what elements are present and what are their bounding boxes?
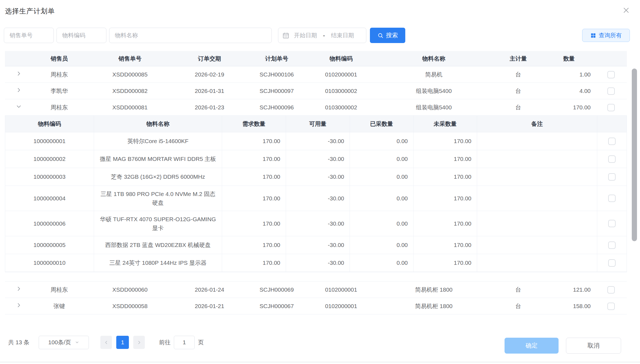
confirm-button[interactable]: 确定 (505, 338, 559, 354)
cell-quantity: 1.00 (543, 69, 595, 79)
detail-table-rows: 1000000001英特尔Core i5-14600KF170.00-30.00… (5, 132, 627, 272)
prev-page-button[interactable] (100, 336, 112, 349)
cell-material-code: 0102000001 (308, 301, 374, 311)
detail-cell-available-qty: -30.00 (286, 168, 350, 186)
detail-cell-material-name: 芝奇 32GB (16G×2) DDR5 6000MHz (94, 168, 222, 186)
cell-material-name: 组装电脑5400 (374, 102, 494, 112)
row-checkbox[interactable] (607, 303, 615, 310)
filter-bar: 开始日期 - 结束日期 搜索 查询所有 (4, 28, 630, 43)
cell-material-code: 0103000002 (308, 102, 374, 112)
detail-table-row[interactable]: 1000000006华硕 TUF-RTX 4070 SUPER-O12G-GAM… (5, 211, 627, 236)
detail-cell-material-name: 华硕 TUF-RTX 4070 SUPER-O12G-GAMING 显卡 (94, 211, 222, 236)
material-name-input[interactable] (109, 28, 272, 43)
next-page-button[interactable] (133, 336, 145, 349)
detail-table-row[interactable]: 1000000003芝奇 32GB (16G×2) DDR5 6000MHz17… (5, 168, 627, 186)
row-checkbox[interactable] (607, 286, 615, 294)
expand-icon[interactable] (16, 104, 22, 109)
detail-table-row[interactable]: 1000000004三星 1TB 980 PRO PCIe 4.0 NVMe M… (5, 186, 627, 211)
total-count: 共 13 条 (8, 339, 29, 346)
table-row[interactable]: 张键 XSDD000058 2026-01-21 SCJH000067 0102… (5, 298, 627, 314)
table-row[interactable]: 周桂东 XSDD000085 2026-02-19 SCJH000106 010… (5, 66, 627, 83)
cell-material-name: 简易机柜 1800 (374, 285, 494, 295)
goto-page-input[interactable] (174, 336, 195, 349)
cell-delivery-date: 2026-01-21 (174, 301, 245, 311)
material-code-input[interactable] (56, 28, 106, 43)
detail-row-checkbox[interactable] (608, 241, 616, 249)
detail-cell-checkbox (597, 168, 627, 186)
detail-row-checkbox[interactable] (608, 155, 616, 163)
column-header: 计划单号 (245, 53, 308, 64)
search-button[interactable]: 搜索 (370, 28, 405, 43)
column-header: 数量 (543, 53, 595, 64)
detail-cell-available-qty: -30.00 (286, 186, 350, 211)
detail-table-row[interactable]: 1000000005西部数据 2TB 蓝盘 WD20EZBX 机械硬盘170.0… (5, 236, 627, 254)
table-row[interactable]: 李凯华 XSDD000082 2026-01-31 SCJH000097 010… (5, 83, 627, 99)
detail-column-header: 物料名称 (94, 116, 222, 132)
plan-table-rows: 周桂东 XSDD000085 2026-02-19 SCJH000106 010… (5, 66, 627, 314)
search-button-label: 搜索 (386, 31, 398, 39)
cell-salesperson: 周桂东 (32, 285, 86, 295)
page-1-button[interactable]: 1 (116, 336, 129, 349)
expand-icon[interactable] (16, 286, 22, 292)
plan-table-header: 销售员销售单号订单交期计划单号物料编码物料名称主计量数量 (5, 51, 627, 66)
query-all-button-label: 查询所有 (599, 32, 622, 39)
detail-cell-material-code: 1000000004 (5, 186, 94, 211)
detail-row-checkbox[interactable] (608, 259, 616, 267)
expand-icon[interactable] (16, 87, 22, 93)
detail-row-checkbox[interactable] (608, 220, 616, 227)
detail-cell-purchased-qty: 0.00 (350, 186, 414, 211)
expand-icon[interactable] (16, 302, 22, 308)
cell-plan-no: SCJH000097 (245, 86, 308, 96)
query-all-button[interactable]: 查询所有 (582, 29, 630, 42)
chevron-down-icon (75, 340, 79, 345)
table-row[interactable]: 周桂东 XSDD000081 2026-01-23 SCJH000096 010… (5, 99, 627, 116)
detail-cell-material-code: 1000000001 (5, 132, 94, 150)
plan-table: 销售员销售单号订单交期计划单号物料编码物料名称主计量数量 周桂东 XSDD000… (5, 51, 627, 314)
page-size-select[interactable]: 100条/页 (39, 336, 89, 349)
cell-delivery-date: 2026-01-24 (174, 285, 245, 295)
select-production-plan-dialog: 选择生产计划单 开始日期 - 结束日期 搜索 查询所有 销售 (0, 0, 640, 364)
detail-cell-unpurchased-qty: 170.00 (414, 236, 477, 254)
detail-cell-unpurchased-qty: 170.00 (414, 211, 477, 236)
detail-cell-material-name: 西部数据 2TB 蓝盘 WD20EZBX 机械硬盘 (94, 236, 222, 254)
detail-cell-available-qty: -30.00 (286, 132, 350, 150)
sales-order-input[interactable] (4, 28, 54, 43)
cell-plan-no: SCJH000067 (245, 301, 308, 311)
cell-material-code: 0102000001 (308, 69, 374, 79)
cell-unit: 台 (494, 301, 543, 311)
column-header: 物料名称 (374, 53, 494, 64)
page-size-value: 100条/页 (48, 339, 71, 346)
cell-material-name: 组装电脑5400 (374, 86, 494, 96)
cell-quantity: 170.00 (543, 102, 595, 112)
detail-cell-required-qty: 170.00 (222, 168, 286, 186)
detail-cell-remark (477, 254, 597, 272)
detail-cell-unpurchased-qty: 170.00 (414, 168, 477, 186)
detail-row-checkbox[interactable] (608, 173, 616, 181)
detail-cell-checkbox (597, 236, 627, 254)
detail-table-row[interactable]: 1000000010三星 24英寸 1080P 144Hz IPS 显示器170… (5, 254, 627, 272)
detail-cell-checkbox (597, 186, 627, 211)
detail-row-checkbox[interactable] (608, 195, 616, 202)
expand-icon[interactable] (16, 71, 22, 76)
cancel-button[interactable]: 取消 (566, 338, 621, 354)
cell-sales-order-no: XSDD000082 (86, 86, 174, 96)
table-row[interactable]: 周桂东 XSDD000060 2026-01-24 SCJH000069 010… (5, 281, 627, 298)
detail-cell-required-qty: 170.00 (222, 236, 286, 254)
detail-column-header: 未采数量 (414, 116, 477, 132)
detail-cell-material-name: 三星 24英寸 1080P 144Hz IPS 显示器 (94, 254, 222, 272)
detail-table-row[interactable]: 1000000001英特尔Core i5-14600KF170.00-30.00… (5, 132, 627, 150)
detail-table-row[interactable]: 1000000002微星 MAG B760M MORTAR WIFI DDR5 … (5, 150, 627, 168)
pagination: 共 13 条 100条/页 1 前往 页 (8, 335, 204, 349)
date-range-input[interactable]: 开始日期 - 结束日期 (278, 28, 366, 43)
close-icon[interactable] (621, 5, 631, 15)
row-checkbox[interactable] (607, 104, 615, 111)
detail-column-header: 备注 (477, 116, 597, 132)
detail-row-checkbox[interactable] (608, 138, 616, 145)
cell-sales-order-no: XSDD000081 (86, 102, 174, 112)
row-checkbox[interactable] (607, 71, 615, 78)
row-checkbox[interactable] (607, 87, 615, 95)
detail-cell-required-qty: 170.00 (222, 186, 286, 211)
vertical-scrollbar-thumb[interactable] (632, 69, 637, 241)
cell-sales-order-no: XSDD000060 (86, 285, 174, 295)
chevron-right-icon (137, 340, 141, 345)
